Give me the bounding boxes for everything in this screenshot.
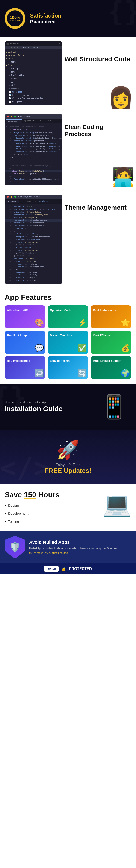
features-grid: Attractive UI/UX 🎨 Optimised Code ⚡ Best… bbox=[5, 305, 131, 379]
feature-title: Optimised Code bbox=[50, 309, 71, 312]
feature-icon-cost: 💰 bbox=[121, 344, 130, 352]
save-prefix: Save bbox=[5, 491, 24, 499]
file-tree-item: ▸ utility bbox=[6, 84, 61, 87]
save-number: 150 bbox=[24, 491, 36, 499]
file-tree: ▸ android ▸ app_bar_flutter ▾ assets ▸ f… bbox=[5, 49, 62, 105]
dmca-footer-note: BUY FROM US, ENJOY FREE UPDATES bbox=[29, 552, 118, 555]
installation-text: How to run and build Flutter App Install… bbox=[5, 401, 92, 413]
maximize-dot bbox=[14, 116, 16, 118]
app-features-section: App Features Attractive UI/UX 🎨 Optimise… bbox=[0, 288, 136, 384]
file-tree-item: ▸ widgets bbox=[6, 87, 61, 90]
feature-card-attractive-ui: Attractive UI/UX 🎨 bbox=[5, 305, 46, 329]
tab-build[interactable]: ⬦ build bbox=[43, 119, 52, 123]
theme-code-content: 63 fontFamily: 'Poppins', 64 scaffoldBac… bbox=[5, 204, 62, 284]
free-updates-title: FREE Updates! bbox=[45, 467, 91, 474]
editor-filename: ✦ main.dart × bbox=[18, 115, 32, 118]
feature-title: Attractive UI/UX bbox=[7, 309, 28, 312]
installation-image: 📱 bbox=[97, 393, 131, 420]
satisfaction-section: {} 100% SATISFACTION Satisfaction Guaran… bbox=[0, 0, 136, 37]
well-structured-heading: Well Structured Code bbox=[64, 55, 131, 63]
tab-fp[interactable]: fp_MyAppState × bbox=[23, 119, 42, 123]
editor-code-content: ▷ > main.dart > fp_MyAppState > ⬦ build … bbox=[5, 123, 62, 185]
free-updates-illustration: 🚀 bbox=[56, 439, 80, 461]
file-tree-item: ▸ localization bbox=[6, 74, 61, 77]
tab-config[interactable]: ⊳ config bbox=[6, 200, 19, 203]
satisfaction-subtitle: Guaranteed bbox=[30, 19, 61, 24]
feature-card-optimised-code: Optimised Code ⚡ bbox=[48, 305, 88, 329]
feature-icon-multilingual: 🌍 bbox=[121, 369, 130, 378]
save-hours-title: Save 150 Hours bbox=[5, 491, 98, 499]
theme-filename: ✦ theme_cubit.dart × bbox=[18, 196, 40, 198]
file-tree-item: ▸ app_bar_flutter bbox=[6, 54, 61, 57]
file-tree-item: ▾ assets bbox=[6, 57, 61, 61]
satisfaction-title: Satisfaction bbox=[30, 12, 61, 19]
close-dot bbox=[7, 116, 9, 118]
laptop-illustration: 💻 bbox=[103, 491, 131, 518]
feature-icon-optimised: ⚡ bbox=[78, 318, 87, 327]
feature-title: Best Performance bbox=[93, 309, 117, 312]
save-list-item: Design bbox=[5, 503, 98, 508]
feature-icon-template: ✅ bbox=[78, 344, 87, 352]
tab-main[interactable]: main.dart × bbox=[6, 119, 22, 123]
feature-title: Perfect Template bbox=[50, 334, 72, 338]
well-structured-text: Well Structured Code bbox=[64, 41, 131, 63]
save-list-item: Development bbox=[5, 511, 98, 516]
file-explorer: ⬛ EXPLORER ⋯ ⊞ OPEN EDITORS APP_BAR_FLUT… bbox=[5, 41, 62, 105]
file-tree-item: ▾ lib bbox=[6, 64, 61, 67]
feature-card-performance: Best Performance ⭐ bbox=[90, 305, 131, 329]
code-editor-main: ✦ main.dart × main.dart × fp_MyAppState … bbox=[5, 114, 62, 185]
feature-title: Easy to Reskin bbox=[50, 359, 70, 363]
theme-editor-titlebar: ✦ theme_cubit.dart × bbox=[5, 195, 62, 199]
file-tree-item: ▸ android bbox=[6, 51, 61, 54]
feature-icon-performance: ⭐ bbox=[121, 318, 130, 327]
feature-icon-attractive: 🎨 bbox=[35, 318, 44, 327]
file-tree-item: ▸ config bbox=[6, 67, 61, 70]
feature-card-cost: Cost Effective 💰 bbox=[90, 331, 131, 354]
installation-title: Installation Guide bbox=[5, 405, 92, 413]
theme-text: Theme Management bbox=[64, 195, 131, 211]
file-tree-item-main[interactable]: 📄 main.dart bbox=[6, 91, 61, 94]
minimize-dot bbox=[10, 116, 12, 118]
theme-code-editor: ✦ theme_cubit.dart × ⊳ config styles.dar… bbox=[5, 195, 62, 284]
open-editors-tab[interactable]: OPEN EDITORS bbox=[6, 46, 21, 49]
dmca-body: Nulled Apps contain Malicious files whic… bbox=[29, 546, 118, 550]
feature-title: RTL Implemented bbox=[7, 359, 30, 363]
feature-card-support: Excellent Support 💬 bbox=[5, 331, 46, 354]
tab-apptheme[interactable]: appTheme bbox=[38, 200, 50, 203]
explorer-tabs: OPEN EDITORS APP_BAR_FLUTTER bbox=[5, 46, 62, 49]
save-hours-section: Save 150 Hours Design Development Testin… bbox=[0, 484, 136, 531]
theme-section: ✦ theme_cubit.dart × ⊳ config styles.dar… bbox=[0, 190, 136, 288]
feature-card-multilingual: Multi Lingual Support 🌍 bbox=[90, 356, 131, 379]
save-hours-text: Save 150 Hours Design Development Testin… bbox=[5, 491, 98, 524]
feature-card-rtl: RTL Implemented ↩️ bbox=[5, 356, 46, 379]
dmca-section: 🛡️ Avoid Nulled Apps Nulled Apps contain… bbox=[0, 531, 136, 563]
file-tree-item: 📄 flutter-plugins-dependencies bbox=[6, 97, 61, 100]
lock-icon: 🔒 bbox=[61, 566, 66, 571]
app-features-heading: App Features bbox=[5, 293, 131, 302]
file-tree-item: ▸ data bbox=[6, 70, 61, 74]
protected-label: PROTECTED bbox=[69, 567, 92, 571]
app-folder-tab[interactable]: APP_BAR_FLUTTER bbox=[22, 46, 39, 49]
explorer-header: ⬛ EXPLORER ⋯ ⊞ bbox=[5, 41, 62, 46]
installation-subtitle: How to run and build Flutter App bbox=[5, 401, 92, 404]
feature-title: Cost Effective bbox=[93, 334, 111, 338]
editor-titlebar: ✦ main.dart × bbox=[5, 114, 62, 119]
theme-heading: Theme Management bbox=[64, 204, 131, 211]
badge-percent: 100% bbox=[10, 15, 20, 20]
clean-coding-heading: Clean Coding Practices bbox=[64, 123, 131, 138]
theme-tab-bar: ⊳ config styles.dart × appTheme bbox=[5, 199, 62, 204]
file-tree-item: ▸ fonts bbox=[6, 61, 61, 64]
enjoy-text: Enjoy Life Time bbox=[55, 463, 80, 467]
feature-icon-reskin: 🔄 bbox=[78, 369, 87, 378]
dmca-bar: DMCA 🔒 PROTECTED bbox=[0, 563, 136, 575]
installation-section: {} How to run and build Flutter App Inst… bbox=[0, 384, 136, 430]
feature-icon-rtl: ↩️ bbox=[35, 369, 44, 378]
save-list-item: Testing bbox=[5, 519, 98, 524]
explorer-label: ⬛ EXPLORER bbox=[6, 42, 19, 45]
feature-card-reskin: Easy to Reskin 🔄 bbox=[48, 356, 88, 379]
save-list: Design Development Testing bbox=[5, 503, 98, 524]
free-updates-section: </> 🚀 Enjoy Life Time FREE Updates! bbox=[0, 430, 136, 484]
feature-title: Excellent Support bbox=[7, 334, 30, 338]
tab-styles[interactable]: styles.dart × bbox=[20, 200, 37, 203]
dmca-heading: Avoid Nulled Apps bbox=[29, 539, 118, 545]
